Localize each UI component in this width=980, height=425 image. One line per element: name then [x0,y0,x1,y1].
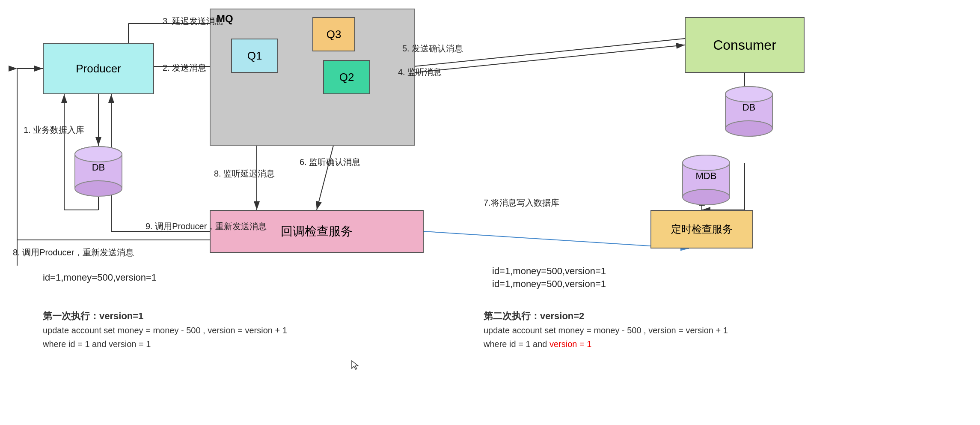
second-exec-block: 第二次执行：version=2 update account set money… [484,308,728,351]
scheduled-label: 定时检查服务 [671,222,733,236]
first-exec-block: 第一次执行：version=1 update account set money… [43,308,287,351]
q1-label: Q1 [247,49,262,63]
second-exec-sql2-part2: version = 1 [549,339,591,349]
callback-label: 回调检查服务 [281,223,353,239]
db-right-cylinder: DB [721,86,777,137]
svg-point-39 [725,121,772,136]
q2-box: Q2 [323,60,370,94]
data-label-right2: id=1,money=500,version=1 [492,278,606,290]
data-label-right1: id=1,money=500,version=1 [492,266,606,277]
q2-label: Q2 [339,71,354,84]
svg-point-46 [683,155,730,171]
q3-label: Q3 [327,28,342,41]
scheduled-box: 定时检查服务 [650,210,753,248]
svg-point-40 [725,87,772,102]
second-exec-sql2-part1: where id = 1 and [484,339,549,349]
q1-box: Q1 [231,39,278,73]
svg-point-34 [75,147,122,162]
first-exec-sql2: where id = 1 and version = 1 [43,337,287,351]
mdb-cylinder: MDB [678,154,734,206]
arrow-label-3: 3. 延迟发送消息 [163,15,223,27]
arrow-label-5: 5. 发送确认消息 [402,43,463,54]
arrow-label-7: 7.将消息写入数据库 [484,197,559,209]
second-exec-sql1: update account set money = money - 500 ,… [484,323,728,337]
arrow-label-6: 6. 监听确认消息 [300,156,360,168]
q3-box: Q3 [312,17,355,51]
arrow-label-8b: 8. 调用Producer，重新发送消息 [13,247,134,258]
svg-line-23 [424,231,689,248]
arrow-label-1: 1. 业务数据入库 [24,124,84,136]
svg-marker-47 [352,361,358,369]
arrow-label-4: 4. 监听消息 [398,66,442,78]
arrow-label-9: 9. 调用Producer，重新发送消息 [146,221,267,232]
arrow-label-2: 2. 发送消息 [163,62,206,74]
arrow-label-8a: 8. 监听延迟消息 [214,168,275,180]
svg-point-45 [683,189,730,205]
producer-label: Producer [76,62,121,75]
data-label-left: id=1,money=500,version=1 [43,272,157,283]
db-right-label: DB [721,102,777,113]
second-exec-sql2: where id = 1 and version = 1 [484,337,728,351]
mdb-label: MDB [678,171,734,182]
svg-point-33 [75,181,122,196]
producer-box: Producer [43,43,154,94]
db-left-cylinder: DB [71,146,126,197]
cursor [351,360,359,370]
consumer-label: Consumer [713,37,776,53]
first-exec-sql1: update account set money = money - 500 ,… [43,323,287,337]
diagram-container: Producer MQ Q1 Q3 Q2 Consumer 回调检查服务 定时检… [0,0,980,425]
consumer-box: Consumer [685,17,805,73]
first-exec-label: 第一次执行：version=1 [43,308,287,323]
db-left-label: DB [71,162,126,173]
second-exec-label: 第二次执行：version=2 [484,308,728,323]
